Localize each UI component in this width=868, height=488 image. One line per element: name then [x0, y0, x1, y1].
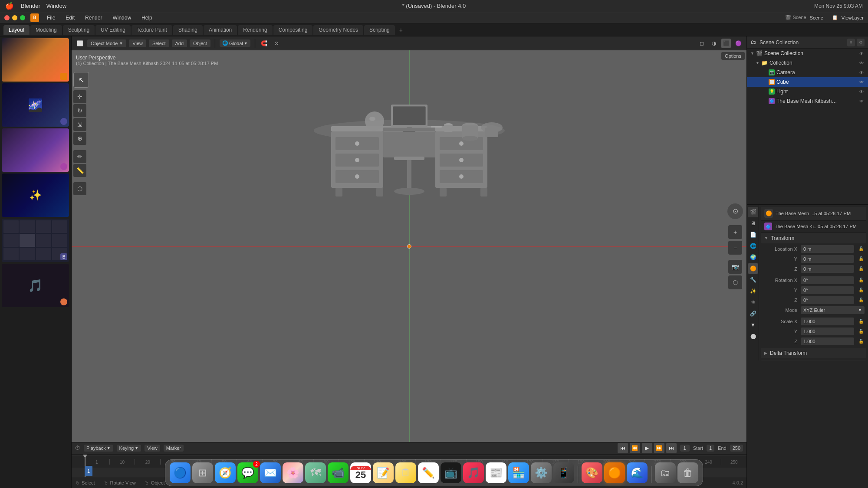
viewport-shading-4[interactable]: 🟣 [733, 39, 743, 48]
nav-orbit[interactable]: ⊙ [727, 203, 743, 219]
add-primitive-tool[interactable]: ⬡ [73, 182, 86, 195]
nav-zoom-out[interactable]: − [728, 241, 742, 255]
cursor-tool[interactable]: ↖ [73, 72, 89, 88]
file-menu[interactable]: File [44, 14, 58, 22]
tab-scripting[interactable]: Scripting [364, 25, 395, 35]
tab-shading[interactable]: Shading [173, 25, 203, 35]
outliner-row-cube[interactable]: ⬜ Cube 👁 [747, 77, 868, 87]
prop-tab-modifiers[interactable]: 🔧 [748, 275, 758, 285]
dock-appstore[interactable]: 🏪 [508, 462, 529, 483]
outliner-row-collection[interactable]: ▼ 📁 Collection 👁 [747, 58, 868, 68]
tab-modeling[interactable]: Modeling [30, 25, 62, 35]
object-menu-btn[interactable]: Object [190, 39, 210, 47]
outliner-settings-btn[interactable]: ⚙ [857, 39, 865, 46]
rotation-y-input[interactable]: 0° [801, 286, 854, 294]
viewport-type-icon[interactable]: ⬜ [75, 39, 85, 48]
thumbnail-1[interactable] [2, 38, 69, 82]
tab-rendering[interactable]: Rendering [238, 25, 272, 35]
add-menu-btn[interactable]: Add [172, 39, 187, 47]
view-menu[interactable]: View [145, 445, 160, 452]
dock-trash[interactable]: 🗑 [677, 462, 698, 483]
playback-menu[interactable]: Playback ▼ [84, 445, 113, 452]
dock-blender[interactable]: 🟠 [604, 462, 625, 483]
prop-tab-particles[interactable]: ✨ [748, 286, 758, 296]
location-x-lock[interactable]: 🔓 [858, 246, 865, 252]
tab-uv-editing[interactable]: UV Editing [95, 25, 131, 35]
transform-tool[interactable]: ⊕ [73, 132, 86, 145]
collection-visibility[interactable]: 👁 [858, 60, 865, 66]
tab-layout[interactable]: Layout [3, 25, 30, 35]
dock-music[interactable]: 🎵 [463, 462, 484, 483]
prev-frame-btn[interactable]: ⏪ [630, 443, 640, 453]
viewport-shading-solid[interactable]: ⬛ [721, 39, 731, 48]
dock-photos[interactable]: 🌸 [283, 462, 303, 483]
rotation-y-lock[interactable]: 🔓 [858, 287, 865, 294]
tab-texture-paint[interactable]: Texture Paint [132, 25, 172, 35]
view-menu-btn[interactable]: View [129, 39, 146, 47]
dock-news[interactable]: 📰 [486, 462, 506, 483]
tab-animation[interactable]: Animation [204, 25, 237, 35]
scale-y-input[interactable]: 1.000 [801, 328, 854, 335]
rotate-tool[interactable]: ↻ [73, 104, 86, 117]
dock-affinity[interactable]: 🎨 [582, 462, 602, 483]
location-z-input[interactable]: 0 m [801, 265, 854, 273]
object-mode-selector[interactable]: Object Mode ▼ [87, 39, 126, 47]
prop-tab-material[interactable]: ⬤ [748, 331, 758, 341]
scene-collection-visibility[interactable]: 👁 [858, 50, 865, 56]
annotate-tool[interactable]: ✏ [73, 150, 86, 163]
outliner-row-kitbash[interactable]: 🔷 The Base Mesh Kitbash 20 👁 [747, 96, 868, 106]
light-visibility[interactable]: 👁 [858, 88, 865, 95]
location-x-input[interactable]: 0 m [801, 245, 854, 253]
dock-arc[interactable]: 🌊 [627, 462, 648, 483]
camera-visibility[interactable]: 👁 [858, 69, 865, 75]
macos-blender-menu[interactable]: Blender [21, 3, 40, 9]
outliner-filter-btn[interactable]: ≡ [847, 39, 855, 46]
proportional-edit-icon[interactable]: ⊙ [272, 39, 281, 48]
tab-sculpting[interactable]: Sculpting [63, 25, 95, 35]
rotation-mode-selector[interactable]: XYZ Euler ▼ [801, 306, 865, 314]
dock-safari[interactable]: 🧭 [215, 462, 236, 483]
scale-z-lock[interactable]: 🔓 [858, 338, 865, 345]
nav-perspective[interactable]: ⬡ [728, 275, 742, 289]
transform-section-header[interactable]: ▼ Transform [761, 233, 866, 243]
cube-visibility[interactable]: 👁 [858, 79, 865, 85]
current-frame-input[interactable]: 1 [680, 445, 690, 452]
play-btn[interactable]: ▶ [642, 443, 652, 453]
scale-z-input[interactable]: 1.000 [801, 337, 854, 345]
dock-calendar[interactable]: NOV 25 [350, 462, 371, 483]
dock-appletv[interactable]: 📺 [441, 462, 461, 483]
prop-tab-object-data[interactable]: ▼ [748, 320, 758, 330]
dock-systemprefs[interactable]: ⚙️ [531, 462, 552, 483]
measure-tool[interactable]: 📏 [73, 164, 86, 177]
outliner-row-light[interactable]: 💡 Light 👁 [747, 87, 868, 96]
thumbnail-2[interactable]: 🌌 [2, 83, 69, 127]
dock-freeform[interactable]: ✏️ [418, 462, 439, 483]
scale-tool[interactable]: ⇲ [73, 118, 86, 131]
macos-window-menu[interactable]: Window [46, 3, 66, 9]
tab-compositing[interactable]: Compositing [273, 25, 313, 35]
dock-mail[interactable]: ✉️ [260, 462, 281, 483]
thumbnail-5[interactable]: B [2, 219, 69, 262]
fullscreen-button[interactable] [20, 15, 25, 20]
prop-tab-scene[interactable]: 🌐 [748, 241, 758, 251]
outliner-row-scene-collection[interactable]: ▼ 🎬 Scene Collection 👁 [747, 49, 868, 58]
location-y-input[interactable]: 0 m [801, 255, 854, 263]
prop-tab-output[interactable]: 🖥 [748, 218, 758, 229]
snap-icon[interactable]: 🧲 [260, 39, 269, 48]
dock-reminders[interactable]: 📝 [373, 462, 394, 483]
next-frame-btn[interactable]: ⏩ [654, 443, 664, 453]
scale-y-lock[interactable]: 🔓 [858, 328, 865, 335]
rotation-z-lock[interactable]: 🔓 [858, 297, 865, 304]
keying-menu[interactable]: Keying ▼ [117, 445, 141, 452]
jump-end-btn[interactable]: ⏭ [666, 443, 677, 453]
dock-finder[interactable]: 🔵 [170, 462, 191, 483]
dock-finder-2[interactable]: 🗂 [655, 462, 676, 483]
viewport-3d[interactable]: User Perspective (1) Collection | The Ba… [72, 50, 746, 442]
options-button[interactable]: Options [721, 52, 745, 60]
dock-facetime[interactable]: 📹 [328, 462, 349, 483]
location-y-lock[interactable]: 🔓 [858, 255, 865, 262]
dock-notes[interactable]: 🗒 [395, 462, 416, 483]
jump-start-btn[interactable]: ⏮ [618, 443, 628, 453]
thumbnail-3[interactable] [2, 128, 69, 172]
rotation-x-input[interactable]: 0° [801, 276, 854, 284]
